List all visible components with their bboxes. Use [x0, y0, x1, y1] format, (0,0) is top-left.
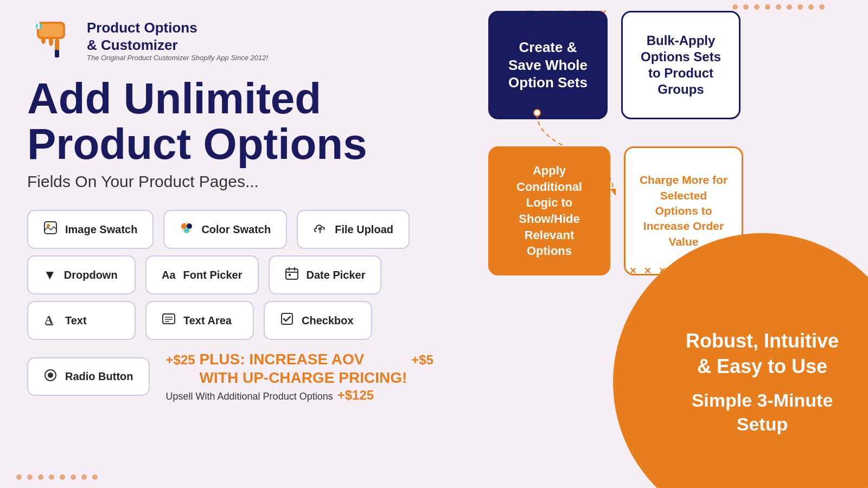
create-save-card: Create & Save Whole Option Sets: [488, 11, 608, 119]
svg-rect-1: [39, 24, 63, 37]
checkbox-icon: [280, 312, 294, 329]
dropdown-icon: ▼: [43, 267, 56, 282]
font-picker-icon: Aa: [162, 269, 176, 281]
options-grid: Image Swatch Color Swatch: [27, 210, 461, 340]
aov-section: +$25 PLUS: INCREASE AOVWITH UP-CHARGE PR…: [166, 348, 433, 406]
file-upload-label: File Upload: [335, 223, 393, 236]
radio-icon: [43, 368, 58, 385]
color-swatch-label: Color Swatch: [201, 223, 271, 236]
svg-point-13: [184, 228, 189, 233]
conditional-logic-card: Apply Conditional Logic to Show/Hide Rel…: [488, 146, 610, 275]
dropdown-button[interactable]: ▼ Dropdown: [27, 255, 136, 294]
aov-subtitle: Upsell With Additional Product Options: [166, 391, 333, 402]
dropdown-label: Dropdown: [64, 269, 118, 281]
main-heading: Add Unlimited Product Options: [27, 76, 461, 167]
logo-title2: & Customizer: [87, 37, 268, 54]
svg-point-4: [41, 36, 46, 44]
aov-price2: +$125: [337, 388, 374, 403]
date-picker-button[interactable]: Date Picker: [269, 255, 382, 294]
image-swatch-button[interactable]: Image Swatch: [27, 210, 154, 249]
font-picker-label: Font Picker: [183, 269, 242, 281]
svg-rect-3: [55, 50, 59, 57]
logo-text-block: Product Options & Customizer The Origina…: [87, 20, 268, 61]
text-area-icon: [162, 312, 176, 329]
svg-rect-7: [37, 23, 40, 29]
text-button[interactable]: A Text: [27, 301, 136, 340]
image-swatch-icon: [43, 221, 58, 238]
bulk-apply-card: Bulk-Apply Options Sets to Product Group…: [621, 11, 741, 119]
bottom-section: Radio Button +$25 PLUS: INCREASE AOVWITH…: [27, 348, 461, 406]
font-picker-button[interactable]: Aa Font Picker: [145, 255, 259, 294]
checkbox-label: Checkbox: [302, 314, 354, 327]
date-picker-label: Date Picker: [307, 269, 366, 281]
circle-text2: Simple 3-MinuteSetup: [692, 388, 833, 436]
radio-button-option[interactable]: Radio Button: [27, 357, 150, 396]
svg-rect-14: [286, 269, 298, 279]
options-row-3: A Text Text Area: [27, 301, 461, 340]
aov-title: PLUS: INCREASE AOVWITH UP-CHARGE PRICING…: [200, 350, 407, 387]
options-row-1: Image Swatch Color Swatch: [27, 210, 461, 249]
logo-title: Product Options: [87, 20, 268, 36]
logo-subtitle: The Original Product Customizer Shopify …: [87, 54, 268, 62]
image-swatch-label: Image Swatch: [65, 223, 137, 236]
options-row-2: ▼ Dropdown Aa Font Picker Date Pick: [27, 255, 461, 294]
feature-cards-top: Create & Save Whole Option Sets Bulk-App…: [488, 11, 857, 119]
svg-point-26: [48, 373, 53, 378]
svg-point-9: [47, 224, 50, 227]
svg-text:A: A: [44, 313, 53, 326]
color-swatch-button[interactable]: Color Swatch: [163, 210, 287, 249]
file-upload-button[interactable]: File Upload: [297, 210, 410, 249]
checkbox-button[interactable]: Checkbox: [264, 301, 372, 340]
svg-rect-15: [289, 274, 291, 276]
right-panel: ✕✕ ✕✕ ✕✕ Create & Save Whole Option Sets…: [461, 0, 868, 488]
logo-area: Product Options & Customizer The Origina…: [27, 16, 461, 65]
color-swatch-icon: [180, 221, 194, 238]
logo-icon: [27, 16, 76, 65]
circle-text1: Robust, Intuitive& Easy to Use: [686, 329, 839, 380]
svg-rect-20: [163, 314, 175, 324]
text-area-label: Text Area: [183, 314, 232, 327]
aov-price3: +$25: [166, 352, 195, 368]
svg-point-5: [49, 36, 53, 46]
text-area-button[interactable]: Text Area: [145, 301, 254, 340]
sub-heading: Fields On Your Product Pages...: [27, 172, 461, 191]
text-label: Text: [65, 314, 87, 327]
file-upload-icon: [313, 221, 327, 238]
aov-price1: +$5: [411, 352, 433, 368]
text-icon: A: [43, 312, 58, 329]
svg-point-27: [534, 110, 540, 116]
radio-button-label: Radio Button: [65, 370, 133, 383]
date-picker-icon: [285, 266, 299, 284]
left-panel: Product Options & Customizer The Origina…: [0, 0, 488, 488]
svg-rect-2: [55, 39, 59, 51]
